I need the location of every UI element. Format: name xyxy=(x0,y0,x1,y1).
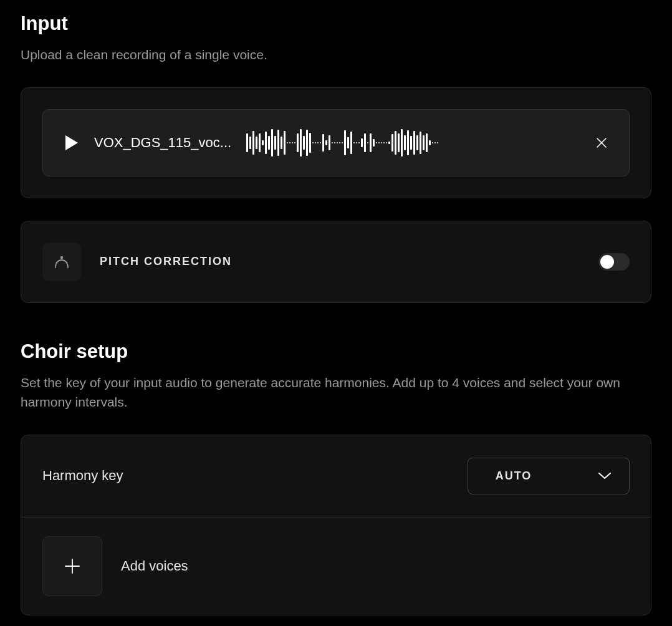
svg-point-1 xyxy=(56,261,58,263)
remove-audio-button[interactable] xyxy=(595,137,608,149)
plus-icon xyxy=(63,557,82,575)
play-button[interactable] xyxy=(64,134,79,152)
play-icon xyxy=(64,134,79,152)
choir-section-subtitle: Set the key of your input audio to gener… xyxy=(21,373,651,412)
input-card: VOX_DGS_115_voc... xyxy=(21,87,651,198)
chevron-down-icon xyxy=(598,472,612,479)
harmony-key-row: Harmony key AUTO xyxy=(21,435,651,517)
add-voices-button[interactable] xyxy=(42,536,102,596)
audio-filename: VOX_DGS_115_voc... xyxy=(94,135,231,151)
input-section-title: Input xyxy=(21,12,651,35)
pitch-correction-card: PITCH CORRECTION xyxy=(21,221,651,303)
audio-waveform[interactable] xyxy=(246,127,573,158)
input-section-subtitle: Upload a clean recording of a single voi… xyxy=(21,45,651,65)
close-icon xyxy=(595,137,608,149)
audio-player: VOX_DGS_115_voc... xyxy=(42,109,630,176)
pitch-correction-toggle[interactable] xyxy=(598,253,630,271)
choir-section-title: Choir setup xyxy=(21,340,651,363)
choir-card: Harmony key AUTO Add voices xyxy=(21,435,651,615)
harmony-key-dropdown[interactable]: AUTO xyxy=(468,458,630,494)
pitch-correction-icon-box xyxy=(42,243,81,281)
add-voices-row: Add voices xyxy=(21,517,651,615)
add-voices-label: Add voices xyxy=(121,558,188,574)
pitch-correction-icon xyxy=(53,255,70,269)
toggle-knob xyxy=(600,255,614,269)
svg-point-0 xyxy=(60,256,63,258)
harmony-key-label: Harmony key xyxy=(42,468,123,484)
harmony-key-value: AUTO xyxy=(486,470,542,483)
svg-point-2 xyxy=(66,261,68,263)
pitch-correction-label: PITCH CORRECTION xyxy=(100,255,598,268)
